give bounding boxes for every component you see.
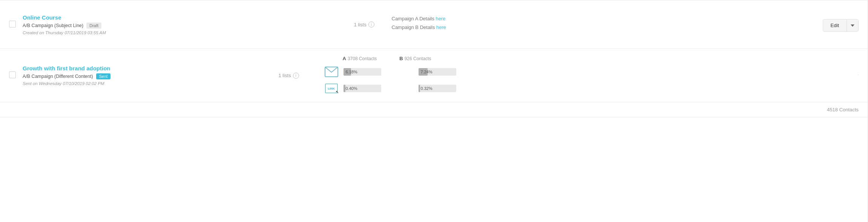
bar-value-b-email: 7.24%	[421, 70, 432, 74]
action-col-1: Edit	[813, 17, 859, 32]
bar-container-b-link: 0.32%	[419, 85, 456, 92]
campaign-a-details-1: Campaign A Details here	[392, 16, 490, 21]
lists-info-icon-1[interactable]: i	[368, 21, 374, 27]
bar-fill-b-link	[419, 85, 420, 92]
stat-bar-b-email: 7.24%	[419, 68, 486, 76]
campaign-type-label-1: A/B Campaign (Subject Line)	[23, 23, 83, 28]
stat-bars-link: 0.40% 0.32%	[344, 85, 486, 92]
lists-col-1: 1 lists i	[354, 21, 392, 27]
bar-container-a-email: 6.18%	[344, 68, 381, 76]
lists-label-2: 1 lists	[279, 73, 291, 78]
campaign-type-label-2: A/B Campaign (Different Content)	[23, 74, 93, 79]
stat-row-link: LINK ↖ 0.40%	[324, 82, 486, 95]
bar-value-a-email: 6.18%	[346, 70, 357, 74]
stats-col-2: A 3708 Contacts B 926 Contacts	[316, 56, 486, 95]
campaign-a-details-label: Campaign A Details	[392, 16, 436, 21]
bar-fill-a-link	[344, 85, 345, 92]
select-campaign-1-checkbox[interactable]	[9, 21, 16, 27]
checkbox-col-1	[9, 21, 23, 29]
contacts-a-label: A 3708 Contacts	[343, 56, 377, 61]
campaign-row-growth: Growth with first brand adoption A/B Cam…	[0, 49, 868, 102]
page-wrapper: Online Course A/B Campaign (Subject Line…	[0, 0, 868, 222]
lists-info-icon-2[interactable]: i	[293, 73, 299, 79]
campaign-b-details-1: Campaign B Details here	[392, 24, 490, 30]
email-svg-icon	[325, 67, 338, 77]
ab-label-a: A	[343, 56, 346, 61]
select-campaign-2-checkbox[interactable]	[9, 71, 16, 78]
campaign-info-1: Online Course A/B Campaign (Subject Line…	[23, 14, 354, 35]
cursor-indicator: ↖	[336, 90, 339, 94]
bar-value-a-link: 0.40%	[346, 86, 357, 91]
link-icon-box: LINK ↖	[325, 84, 338, 93]
email-stat-icon	[324, 65, 339, 79]
stat-bar-b-link: 0.32%	[419, 85, 486, 92]
bottom-row: 4518 Contacts	[0, 102, 868, 117]
campaign-badge-2: Sent	[96, 73, 111, 79]
stat-row-email: 6.18% 7.24%	[324, 65, 486, 79]
contacts-b-count: 926 Contacts	[405, 56, 431, 61]
checkbox-col-2	[9, 71, 23, 79]
stat-bar-a-email: 6.18%	[344, 68, 411, 76]
bar-value-b-link: 0.32%	[421, 86, 432, 91]
action-col-2: Preview Public Preview Campaign A Inbox …	[734, 75, 859, 76]
lists-label-1: 1 lists	[354, 22, 367, 27]
lists-col-2: 1 lists i	[279, 73, 316, 79]
stat-bar-a-link: 0.40%	[344, 85, 411, 92]
campaign-info-2: Growth with first brand adoption A/B Cam…	[23, 65, 279, 86]
contacts-b-label: B 926 Contacts	[399, 56, 431, 61]
edit-dropdown-button-1[interactable]	[847, 20, 858, 31]
edit-btn-group-2: Preview Public Preview Campaign A Inbox …	[858, 75, 859, 75]
link-stat-icon: LINK ↖	[324, 82, 339, 95]
main-content: Online Course A/B Campaign (Subject Line…	[0, 0, 868, 222]
campaign-badge-1: Draft	[86, 23, 101, 29]
edit-button-1[interactable]: Edit	[823, 20, 847, 31]
campaign-b-details-link[interactable]: here	[436, 24, 446, 30]
edit-dropdown-chevron-1	[851, 24, 854, 27]
contacts-a-count: 3708 Contacts	[348, 56, 377, 61]
bar-container-b-email: 7.24%	[419, 68, 456, 76]
edit-btn-group-1: Edit	[823, 19, 859, 32]
ab-label-b: B	[399, 56, 403, 61]
total-contacts-count: 4518 Contacts	[827, 107, 859, 113]
stat-bars-email: 6.18% 7.24%	[344, 68, 486, 76]
bar-container-a-link: 0.40%	[344, 85, 381, 92]
campaign-b-details-label: Campaign B Details	[392, 24, 437, 30]
campaign-a-details-link[interactable]: here	[436, 16, 446, 21]
campaign-type-2: A/B Campaign (Different Content) Sent	[23, 73, 271, 79]
campaign-title-2[interactable]: Growth with first brand adoption	[23, 65, 271, 71]
stat-rows: 6.18% 7.24%	[324, 65, 486, 95]
campaign-row-online-course: Online Course A/B Campaign (Subject Line…	[0, 0, 868, 49]
contacts-header: A 3708 Contacts B 926 Contacts	[324, 56, 486, 61]
campaign-date-2: Sent on Wednesday 07/10/2019 02:02 PM	[23, 81, 271, 86]
campaign-details-col-1: Campaign A Details here Campaign B Detai…	[392, 16, 490, 33]
campaign-date-1: Created on Thursday 07/11/2019 03:55 AM	[23, 30, 347, 35]
dropdown-menu: Preview Public Preview Campaign A Inbox …	[858, 75, 858, 75]
campaign-type-1: A/B Campaign (Subject Line) Draft	[23, 23, 347, 29]
campaign-title-1[interactable]: Online Course	[23, 14, 347, 21]
